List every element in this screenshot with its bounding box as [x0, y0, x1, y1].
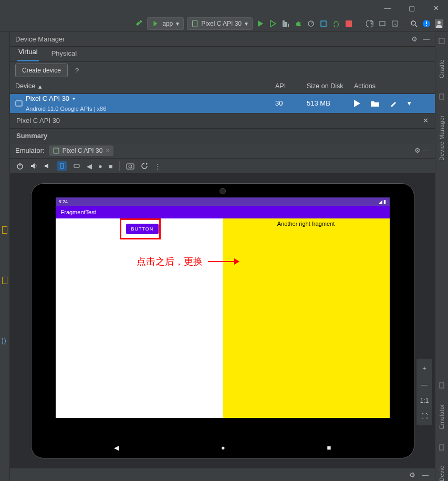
- dropdown-icon[interactable]: ▾: [408, 99, 411, 107]
- folder-icon[interactable]: [371, 100, 379, 107]
- chevron-down-icon: ▾: [245, 20, 248, 27]
- device-manager-tab-icon[interactable]: [438, 93, 445, 100]
- close-tab-icon[interactable]: ×: [106, 147, 109, 154]
- left-gutter: ⟩⟩: [0, 32, 10, 481]
- minimize-panel-icon[interactable]: —: [423, 147, 430, 154]
- app-inspect-icon[interactable]: [319, 19, 328, 28]
- col-size[interactable]: Size on Disk: [307, 82, 354, 90]
- zoom-fit-icon[interactable]: 1:1: [420, 397, 429, 404]
- device-dropdown[interactable]: Pixel C API 30 ▾: [187, 17, 253, 30]
- screenshot-icon[interactable]: [126, 162, 134, 170]
- svg-rect-0: [139, 20, 142, 23]
- col-api[interactable]: API: [275, 82, 307, 90]
- zoom-in-icon[interactable]: ＋: [421, 364, 428, 373]
- tab-physical[interactable]: Physical: [50, 49, 78, 61]
- gradle-tab[interactable]: [438, 37, 445, 45]
- svg-rect-3: [285, 22, 287, 27]
- nav-back-icon[interactable]: ◀: [114, 444, 119, 452]
- summary-header: Summary: [10, 129, 435, 143]
- play-icon[interactable]: [354, 100, 360, 107]
- close-icon[interactable]: ✕: [423, 117, 429, 124]
- minimize-panel-icon[interactable]: —: [423, 35, 430, 43]
- device-name: Pixel C API 30: [26, 95, 69, 102]
- device-row[interactable]: Pixel C API 30● Android 11.0 Google APIs…: [10, 94, 435, 113]
- create-row: Create device ?: [10, 62, 435, 79]
- coverage-icon[interactable]: [281, 19, 290, 28]
- avd-icon[interactable]: [378, 19, 387, 28]
- svg-rect-4: [288, 24, 289, 27]
- volume-down-icon[interactable]: [44, 162, 51, 170]
- more-icon[interactable]: ⋮: [154, 162, 161, 170]
- devic-label[interactable]: Devic: [439, 466, 445, 481]
- gear-icon[interactable]: ⚙: [409, 471, 415, 479]
- home-icon[interactable]: ●: [98, 162, 102, 170]
- svg-rect-15: [16, 101, 22, 106]
- sync-icon[interactable]: [365, 19, 374, 28]
- tab-virtual[interactable]: Virtual: [17, 48, 39, 61]
- app-body: BUTTON Another right fragment: [56, 218, 390, 418]
- svg-rect-9: [380, 22, 385, 26]
- record-icon[interactable]: [141, 162, 148, 170]
- svg-rect-23: [439, 38, 444, 44]
- device-tab-icon[interactable]: [438, 444, 445, 451]
- rotate-left-icon[interactable]: [57, 161, 67, 171]
- android-appbar: FragmentTest: [56, 206, 390, 218]
- nav-overview-icon[interactable]: ■: [327, 444, 331, 452]
- back-icon[interactable]: ◀: [87, 162, 92, 170]
- svg-point-5: [296, 22, 300, 26]
- stop-icon[interactable]: [344, 19, 353, 28]
- device-manager-label[interactable]: Device Manager: [439, 115, 445, 161]
- svg-point-14: [437, 21, 441, 24]
- help-icon[interactable]: ?: [75, 67, 79, 75]
- android-statusbar: 6:24 ◢ ▮: [56, 197, 390, 206]
- left-fragment: BUTTON: [56, 218, 223, 418]
- maximize-button[interactable]: ▢: [400, 0, 424, 16]
- sdk-icon[interactable]: [390, 19, 400, 28]
- device-subpanel: Pixel C API 30 ✕: [10, 113, 435, 129]
- svg-rect-24: [440, 94, 444, 99]
- debug-run-icon[interactable]: [268, 19, 278, 28]
- updates-icon[interactable]: [422, 19, 431, 28]
- main-toolbar: app ▾ Pixel C API 30 ▾: [0, 16, 448, 32]
- expand-icon[interactable]: ⛶: [421, 413, 428, 420]
- statusbar-footer: ⚙ —: [10, 468, 435, 481]
- attach-icon[interactable]: [331, 19, 341, 28]
- run-icon[interactable]: [256, 19, 265, 28]
- camera-icon: [220, 188, 226, 194]
- svg-rect-18: [60, 163, 64, 169]
- emulator-label[interactable]: Emulator: [439, 404, 445, 429]
- sort-asc-icon: ▴: [38, 82, 42, 90]
- svg-rect-19: [74, 164, 79, 168]
- close-button[interactable]: ✕: [424, 0, 448, 16]
- emulator-tab[interactable]: Pixel C API 30 ×: [49, 145, 114, 156]
- volume-up-icon[interactable]: [30, 162, 37, 170]
- gear-icon[interactable]: ⚙: [414, 147, 421, 154]
- module-dropdown[interactable]: app ▾: [147, 17, 184, 30]
- gutter-icon: ⟩⟩: [1, 337, 6, 345]
- overview-icon[interactable]: ■: [109, 162, 113, 170]
- svg-point-11: [411, 21, 415, 25]
- emulator-tab-icon[interactable]: [438, 382, 445, 389]
- minimize-button[interactable]: —: [376, 0, 400, 16]
- power-icon[interactable]: [16, 162, 24, 170]
- android-navbar: ◀ ● ■: [32, 444, 414, 452]
- create-device-button[interactable]: Create device: [15, 64, 68, 77]
- profiler-icon[interactable]: [306, 19, 316, 28]
- rotate-right-icon[interactable]: [73, 162, 80, 170]
- status-icons: ◢ ▮: [379, 199, 387, 204]
- minimize-panel-icon[interactable]: —: [422, 471, 429, 479]
- svg-rect-2: [283, 20, 285, 27]
- search-icon[interactable]: [409, 19, 419, 28]
- col-device[interactable]: Device ▴: [10, 82, 275, 90]
- bug-icon[interactable]: [294, 19, 303, 28]
- gear-icon[interactable]: ⚙: [411, 35, 418, 43]
- emulator-chip-label: Pixel C API 30: [62, 147, 103, 154]
- device-dropdown-label: Pixel C API 30: [201, 20, 242, 27]
- edit-icon[interactable]: [390, 100, 397, 107]
- gradle-label[interactable]: Gradle: [439, 59, 445, 78]
- tablet-screen[interactable]: 6:24 ◢ ▮ FragmentTest BUTTON Another rig…: [56, 197, 390, 418]
- user-icon[interactable]: [434, 19, 444, 28]
- zoom-out-icon[interactable]: —: [421, 381, 428, 389]
- hammer-icon[interactable]: [134, 19, 144, 28]
- nav-home-icon[interactable]: ●: [221, 444, 225, 452]
